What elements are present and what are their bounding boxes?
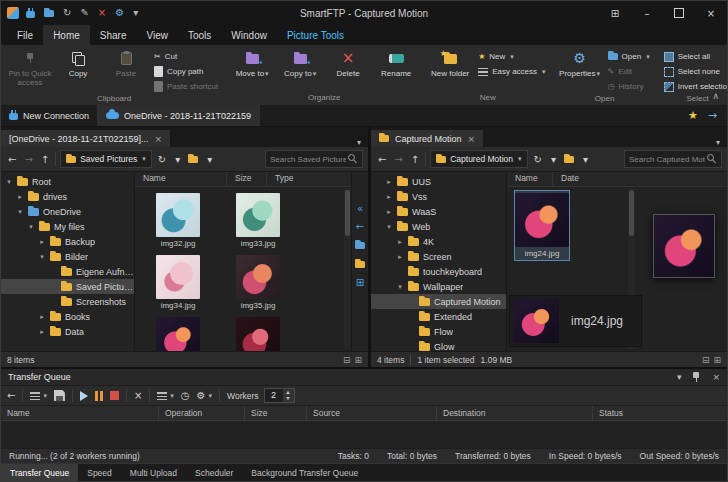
column-destination[interactable]: Destination — [437, 406, 593, 420]
search-input[interactable] — [270, 155, 346, 164]
tree-item-saved-pictures[interactable]: Saved Pictures — [1, 279, 134, 294]
refresh-button[interactable] — [532, 154, 544, 165]
thumbnail-view-icon[interactable] — [354, 355, 362, 365]
connect-icon[interactable] — [26, 11, 35, 18]
schedule-button[interactable] — [181, 390, 190, 401]
pin-panel-icon[interactable] — [692, 372, 701, 383]
tab-picture-tools[interactable]: Picture Tools — [277, 25, 354, 45]
expand-caret-icon[interactable] — [38, 328, 46, 336]
tree-item-drives[interactable]: drives — [1, 189, 134, 204]
rename-button[interactable]: Rename — [373, 47, 419, 91]
close-panel-icon[interactable] — [712, 372, 720, 382]
column-size[interactable]: Size — [245, 406, 307, 420]
open-button[interactable]: Open — [605, 50, 653, 63]
queue-menu-button[interactable] — [30, 392, 47, 400]
tree-item-flow[interactable]: Flow — [371, 324, 506, 339]
tree-item-extended[interactable]: Extended — [371, 309, 506, 324]
column-name[interactable]: Name — [1, 406, 159, 420]
expand-caret-icon[interactable] — [385, 178, 393, 186]
paste-shortcut-button[interactable]: Paste shortcut — [151, 80, 221, 93]
layout-icon[interactable] — [599, 1, 631, 25]
tab-share[interactable]: Share — [90, 25, 137, 45]
expand-caret-icon[interactable] — [38, 238, 46, 246]
column-type[interactable]: Type — [267, 172, 351, 186]
collapse-ribbon-button[interactable] — [712, 91, 719, 101]
column-status[interactable]: Status — [593, 406, 727, 420]
thumbnail-view-icon[interactable] — [713, 355, 721, 365]
more-icon[interactable] — [133, 8, 138, 18]
list-view-icon[interactable] — [343, 355, 351, 365]
panel-menu-icon[interactable] — [677, 372, 682, 382]
queue-settings-button[interactable] — [197, 390, 212, 401]
maximize-button[interactable] — [663, 1, 695, 25]
pause-button[interactable] — [95, 391, 103, 401]
transfer-to-left-icon[interactable] — [356, 222, 364, 232]
move-to-button[interactable]: Move to — [229, 47, 275, 91]
list-view-icon[interactable] — [702, 355, 710, 365]
tree-item-onedrive[interactable]: OneDrive — [1, 204, 134, 219]
back-button[interactable] — [6, 154, 18, 165]
tab-multi-upload[interactable]: Multi Upload — [121, 464, 186, 481]
queue-back-button[interactable] — [7, 390, 15, 401]
tree-item-bilder[interactable]: Bilder — [1, 249, 134, 264]
paste-button[interactable]: Paste — [103, 47, 149, 91]
tree-item-waas[interactable]: WaaS — [371, 204, 506, 219]
edit-button[interactable]: Edit — [605, 65, 653, 78]
connection-tab-onedrive[interactable]: OneDrive - 2018-11-21T022159 — [97, 105, 260, 126]
copy-button[interactable]: Copy — [55, 47, 101, 91]
tree-item-eigene-aufnahmen[interactable]: Eigene Aufnahmen — [1, 264, 134, 279]
tab-home[interactable]: Home — [43, 25, 90, 45]
column-name[interactable]: Name — [135, 172, 227, 186]
file-item[interactable]: img35.jpg — [231, 253, 285, 312]
queue-rows-area[interactable] — [1, 421, 727, 448]
new-item-button[interactable]: New — [475, 50, 548, 63]
remove-item-button[interactable] — [134, 390, 142, 401]
expand-caret-icon[interactable] — [16, 208, 24, 216]
view-options-button[interactable] — [157, 392, 174, 400]
tree-item-vss[interactable]: Vss — [371, 189, 506, 204]
expand-caret-icon[interactable] — [385, 223, 393, 231]
new-connection-button[interactable]: New Connection — [1, 105, 97, 126]
new-folder-button[interactable]: New folder — [427, 47, 473, 91]
tab-tools[interactable]: Tools — [178, 25, 221, 45]
expand-caret-icon[interactable] — [385, 208, 393, 216]
expand-caret-icon[interactable] — [385, 193, 393, 201]
tab-speed[interactable]: Speed — [78, 464, 121, 481]
tab-list-caret-icon[interactable] — [350, 138, 368, 147]
folder-icon[interactable] — [44, 10, 54, 17]
workers-value[interactable]: 2 — [265, 389, 283, 402]
up-button[interactable] — [409, 154, 421, 165]
file-item[interactable]: img34.jpg — [151, 253, 205, 312]
column-date[interactable]: Date — [553, 172, 727, 186]
tree-item-screenshots[interactable]: Screenshots — [1, 294, 134, 309]
tree-item-uus[interactable]: UUS — [371, 174, 506, 189]
forward-button[interactable] — [392, 154, 404, 165]
favorites-folder-icon[interactable] — [188, 156, 198, 163]
tree-item-backup[interactable]: Backup — [1, 234, 134, 249]
refresh-caret-icon[interactable] — [549, 154, 558, 165]
column-source[interactable]: Source — [307, 406, 437, 420]
column-size[interactable]: Size — [227, 172, 267, 186]
easy-access-button[interactable]: Easy access — [475, 65, 548, 78]
pin-to-quick-access-button[interactable]: Pin to Quick access — [7, 47, 53, 91]
minimize-button[interactable] — [631, 1, 663, 25]
forward-button[interactable] — [22, 154, 34, 165]
search-input[interactable] — [629, 155, 705, 164]
dock-left-icon[interactable] — [357, 204, 363, 214]
folder-caret-icon[interactable] — [205, 154, 214, 165]
scrollbar-thumb[interactable] — [629, 190, 634, 236]
tab-scheduler[interactable]: Scheduler — [186, 464, 242, 481]
close-tab-icon[interactable] — [468, 134, 476, 144]
file-item[interactable]: img25.jpg — [231, 315, 285, 351]
file-item-selected[interactable]: img24.jpg — [515, 191, 569, 260]
right-pane-tab[interactable]: Captured Motion — [371, 130, 483, 147]
close-button[interactable] — [695, 1, 727, 25]
file-item[interactable]: img32.jpg — [151, 191, 205, 250]
tab-window[interactable]: Window — [221, 25, 277, 45]
stop-button[interactable] — [110, 391, 119, 400]
tree-item-touchkeyboard[interactable]: touchkeyboard — [371, 264, 506, 279]
tree-item-data[interactable]: Data — [1, 324, 134, 339]
close-tab-icon[interactable] — [154, 134, 162, 144]
favorites-icon[interactable] — [688, 109, 698, 122]
expand-caret-icon[interactable] — [27, 223, 35, 231]
